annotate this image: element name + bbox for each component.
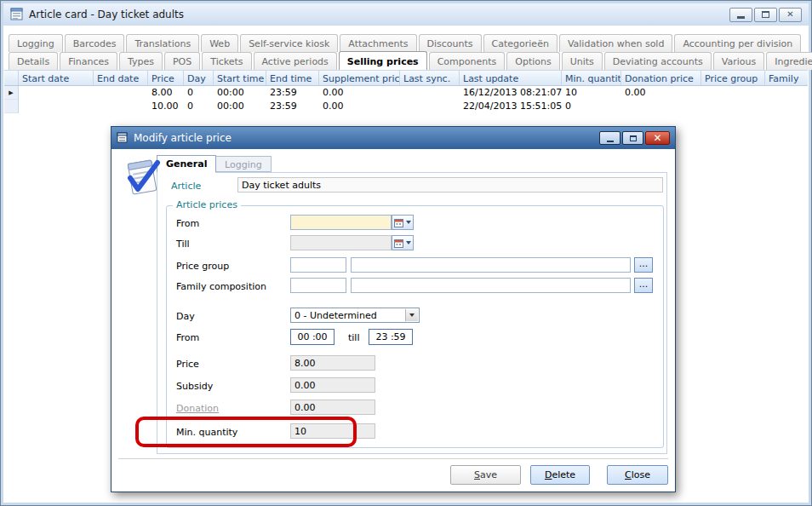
delete-button[interactable]: Delete <box>530 465 590 485</box>
grid-cell[interactable] <box>400 100 460 113</box>
close-button[interactable]: ✕ <box>779 8 802 22</box>
grid-cell[interactable]: 0 <box>562 100 621 113</box>
grid-cell[interactable]: 23:59 <box>266 86 319 100</box>
tab-deviating-accounts[interactable]: Deviating accounts <box>604 52 712 70</box>
column-header-end-time[interactable]: End time <box>266 71 319 85</box>
dialog-tab-logging[interactable]: Logging <box>215 156 272 172</box>
grid-cell[interactable]: 0.00 <box>621 86 701 100</box>
donation-input[interactable]: 0.00 <box>290 400 375 415</box>
dialog-close-button[interactable]: ✕ <box>645 131 670 145</box>
tab-finances[interactable]: Finances <box>60 52 117 70</box>
price-input[interactable]: 8.00 <box>290 355 375 371</box>
tab-accounting-per-division[interactable]: Accounting per division <box>674 34 801 52</box>
column-header-day[interactable]: Day <box>184 71 214 85</box>
tab-translations[interactable]: Translations <box>126 34 199 52</box>
tab-options[interactable]: Options <box>506 52 559 70</box>
save-button[interactable]: Save <box>450 465 521 485</box>
chevron-down-icon <box>409 313 415 317</box>
article-label: Article <box>171 181 201 192</box>
column-header-end-date[interactable]: End date <box>94 71 148 85</box>
tab-active-periods[interactable]: Active periods <box>254 52 337 70</box>
till-date-dropdown-button[interactable] <box>392 235 414 250</box>
column-header-last-sync[interactable]: Last sync. <box>400 71 460 85</box>
tab-various[interactable]: Various <box>713 52 764 70</box>
tab-pos[interactable]: POS <box>164 52 200 70</box>
time-till-input[interactable]: 23 :59 <box>369 329 413 345</box>
family-composition-code-input[interactable] <box>290 278 346 293</box>
tab-validation-when-sold[interactable]: Validation when sold <box>559 34 673 52</box>
day-dropdown-button[interactable] <box>405 309 418 321</box>
grid-cell[interactable]: 0 <box>184 86 214 100</box>
grid-cell[interactable]: 22/04/2013 15:51:05 <box>460 100 562 113</box>
tab-logging[interactable]: Logging <box>9 34 63 52</box>
grid-cell[interactable] <box>94 100 148 113</box>
column-header-supplement-price[interactable]: Supplement price <box>319 71 400 85</box>
close-dialog-button[interactable]: Close <box>607 465 668 485</box>
grid-cell[interactable] <box>701 100 765 113</box>
column-header-start-date[interactable]: Start date <box>19 71 94 85</box>
grid-cell[interactable] <box>701 86 765 100</box>
grid-cell[interactable] <box>19 86 94 100</box>
dialog-maximize-button[interactable] <box>622 131 643 145</box>
min-quantity-label: Min. quantity <box>176 427 237 438</box>
tab-types[interactable]: Types <box>119 52 163 70</box>
grid-cell[interactable]: 10.00 <box>148 100 184 113</box>
tab-details[interactable]: Details <box>9 52 58 70</box>
grid-cell[interactable]: 8.00 <box>148 86 184 100</box>
tab-discounts[interactable]: Discounts <box>419 34 482 52</box>
column-header-price-group[interactable]: Price group <box>701 71 765 85</box>
dialog-minimize-button[interactable] <box>599 131 620 145</box>
grid-cell[interactable] <box>94 86 148 100</box>
grid-cell[interactable]: 00:00 <box>214 100 266 113</box>
dialog-icon <box>117 132 129 144</box>
maximize-button[interactable] <box>754 8 777 22</box>
dialog-title: Modify article price <box>134 132 232 144</box>
grid-cell[interactable] <box>621 100 701 113</box>
column-header-donation-price[interactable]: Donation price <box>621 71 701 85</box>
grid-cell[interactable]: 0.00 <box>319 100 400 113</box>
grid-cell[interactable] <box>19 100 94 113</box>
tab-selling-prices[interactable]: Selling prices <box>339 51 427 70</box>
tab-ingredients[interactable]: Ingredients <box>766 52 812 70</box>
tab-self-service-kiosk[interactable]: Self-service kiosk <box>240 34 338 52</box>
tab-categorieen[interactable]: Categorieën <box>483 34 558 52</box>
family-composition-name-input[interactable] <box>351 278 631 293</box>
tab-web[interactable]: Web <box>201 34 238 52</box>
price-group-browse-button[interactable]: ... <box>634 257 653 273</box>
from-date-dropdown-button[interactable] <box>392 215 414 230</box>
subsidy-input[interactable]: 0.00 <box>290 377 375 393</box>
column-header-min-quantity[interactable]: Min. quantity <box>562 71 621 85</box>
grid-cell[interactable] <box>400 86 460 100</box>
tab-units[interactable]: Units <box>562 52 603 70</box>
grid-cell[interactable]: 16/12/2013 08:21:07 <box>460 86 562 100</box>
grid-cell[interactable]: 23:59 <box>266 100 319 113</box>
grid-cell[interactable] <box>765 86 808 100</box>
tab-components[interactable]: Components <box>429 52 506 70</box>
price-group-code-input[interactable] <box>290 257 346 273</box>
tab-attachments[interactable]: Attachments <box>340 34 416 52</box>
price-label: Price <box>176 359 199 370</box>
minimize-button[interactable] <box>729 8 752 22</box>
family-composition-browse-button[interactable]: ... <box>634 278 653 293</box>
min-quantity-input[interactable]: 10 <box>290 423 375 439</box>
from-date-input[interactable] <box>290 215 392 230</box>
tab-barcodes[interactable]: Barcodes <box>65 34 125 52</box>
price-group-name-input[interactable] <box>351 257 631 273</box>
grid-cell[interactable]: 10 <box>562 86 621 100</box>
grid-cell[interactable]: 00:00 <box>214 86 266 100</box>
column-header-family[interactable]: Family <box>765 71 808 85</box>
time-from-input[interactable]: 00 :00 <box>290 329 335 345</box>
dialog-tab-general[interactable]: General <box>157 155 216 173</box>
column-header-last-update[interactable]: Last update <box>460 71 562 85</box>
grid-cell[interactable]: 0 <box>184 100 214 113</box>
tab-tickets[interactable]: Tickets <box>202 52 251 70</box>
article-field[interactable]: Day ticket adults <box>237 177 663 193</box>
grid-cell[interactable]: 0.00 <box>319 86 400 100</box>
day-select[interactable]: 0 - Undetermined <box>290 308 420 323</box>
column-header-price[interactable]: Price <box>148 71 184 85</box>
table-row[interactable]: 10.00 0 00:00 23:59 0.00 22/04/2013 15:5… <box>4 100 808 113</box>
column-header-start-time[interactable]: Start time <box>214 71 266 85</box>
table-row[interactable]: ▶ 8.00 0 00:00 23:59 0.00 16/12/2013 08:… <box>4 86 808 100</box>
grid-cell[interactable] <box>765 100 808 113</box>
till-date-input[interactable] <box>290 235 392 250</box>
